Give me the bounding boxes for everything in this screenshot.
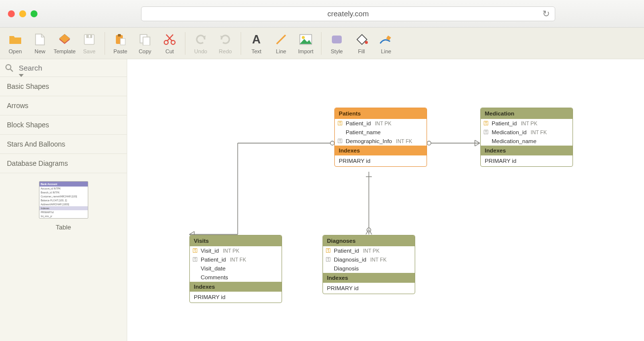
template-icon — [52, 33, 77, 46]
svg-point-20 — [330, 141, 334, 145]
key-icon: ⚿ — [338, 138, 343, 144]
svg-rect-2 — [89, 35, 90, 38]
toolbar-separator — [241, 32, 241, 55]
svg-line-10 — [277, 35, 286, 44]
category-database[interactable]: Database Diagrams — [0, 154, 127, 173]
entity-visits[interactable]: Visits ⚿Visit_idINT PK ⚿Patient_idINT FK… — [189, 235, 282, 303]
key-icon: ⚿ — [484, 129, 489, 135]
key-icon: ⚿ — [484, 120, 489, 126]
line-style-button[interactable]: Line — [374, 33, 398, 54]
svg-rect-13 — [332, 36, 342, 43]
index-value: PRIMARY id — [335, 155, 427, 166]
redo-button[interactable]: Redo — [213, 33, 238, 54]
diagram-canvas[interactable]: Patients ⚿Patient_idINT PK Patient_name … — [127, 59, 644, 341]
toolbar-separator — [105, 32, 105, 55]
entity-title: Visits — [190, 235, 282, 246]
shapes-sidebar: Basic Shapes Arrows Block Shapes Stars A… — [0, 59, 127, 341]
thumb-label: Table — [56, 224, 71, 231]
toolbar-separator — [185, 32, 185, 55]
minimize-window-button[interactable] — [19, 10, 26, 17]
category-stars-balloons[interactable]: Stars And Balloons — [0, 135, 127, 154]
app-toolbar: Open New Template Save Paste Copy Cut — [0, 28, 644, 59]
entity-title: Patients — [335, 108, 427, 119]
template-button[interactable]: Template — [52, 33, 77, 54]
table-shape-thumb[interactable]: Bank Account Account_id INTPK Branch_id … — [39, 181, 88, 219]
search-input[interactable] — [18, 63, 122, 73]
svg-rect-4 — [118, 34, 121, 37]
browser-titlebar: creately.com ↻ — [0, 0, 644, 28]
indexes-header: Indexes — [481, 146, 572, 155]
save-button[interactable]: Save — [77, 33, 102, 54]
dropdown-indicator-icon — [19, 74, 24, 77]
entity-diagnoses[interactable]: Diagnoses ⚿Patient_idINT PK ⚿Diagnosis_i… — [322, 235, 415, 294]
cut-button[interactable]: Cut — [157, 33, 182, 54]
index-value: PRIMARY id — [481, 155, 572, 166]
open-button[interactable]: Open — [3, 33, 28, 54]
address-bar[interactable]: creately.com ↻ — [141, 6, 555, 21]
scissors-icon — [157, 33, 182, 46]
entity-title: Diagnoses — [323, 235, 415, 246]
entity-title: Medication — [481, 108, 572, 119]
svg-point-15 — [6, 65, 11, 70]
undo-button[interactable]: Undo — [188, 33, 213, 54]
style-button[interactable]: Style — [324, 33, 349, 54]
paste-button[interactable]: Paste — [108, 33, 133, 54]
fill-button[interactable]: Fill — [349, 33, 374, 54]
category-arrows[interactable]: Arrows — [0, 96, 127, 115]
key-icon: ⚿ — [193, 248, 198, 253]
new-button[interactable]: New — [28, 33, 52, 54]
svg-line-33 — [369, 229, 372, 234]
svg-point-14 — [365, 41, 368, 44]
svg-point-25 — [427, 141, 431, 145]
indexes-header: Indexes — [190, 282, 282, 292]
style-icon — [324, 33, 349, 46]
indexes-header: Indexes — [323, 273, 415, 283]
key-icon: ⚿ — [326, 248, 331, 253]
svg-rect-5 — [120, 38, 125, 45]
svg-line-28 — [475, 143, 480, 146]
entity-patients[interactable]: Patients ⚿Patient_idINT PK Patient_name … — [334, 108, 427, 167]
category-basic-shapes[interactable]: Basic Shapes — [0, 77, 127, 96]
index-value: PRIMARY id — [323, 283, 415, 294]
copy-icon — [133, 33, 157, 46]
svg-line-22 — [189, 231, 194, 234]
save-icon — [77, 33, 102, 46]
text-button[interactable]: A Text — [244, 33, 269, 54]
svg-line-32 — [366, 229, 369, 234]
text-icon: A — [244, 33, 269, 46]
undo-icon — [188, 33, 213, 46]
new-file-icon — [28, 33, 52, 46]
index-value: PRIMARY id — [190, 292, 282, 303]
category-block-shapes[interactable]: Block Shapes — [0, 115, 127, 135]
indexes-header: Indexes — [335, 146, 427, 155]
key-icon: ⚿ — [193, 257, 198, 262]
line-tool-button[interactable]: Line — [269, 33, 293, 54]
fill-icon — [349, 33, 374, 46]
key-icon: ⚿ — [326, 257, 331, 262]
key-icon: ⚿ — [338, 120, 343, 126]
folder-icon — [3, 33, 28, 46]
import-button[interactable]: Import — [293, 33, 318, 54]
svg-rect-7 — [143, 37, 150, 45]
search-icon — [5, 64, 14, 73]
image-icon — [293, 33, 318, 46]
redo-icon — [213, 33, 238, 46]
svg-point-31 — [367, 228, 371, 232]
entity-medication[interactable]: Medication ⚿Patient_idINT PK ⚿Medication… — [480, 108, 573, 167]
url-text: creately.com — [327, 9, 369, 18]
paste-icon — [108, 33, 133, 46]
refresh-icon[interactable]: ↻ — [542, 8, 550, 19]
svg-line-27 — [475, 140, 480, 143]
close-window-button[interactable] — [8, 10, 15, 17]
maximize-window-button[interactable] — [31, 10, 37, 17]
window-controls — [8, 10, 37, 17]
line-icon — [269, 33, 293, 46]
pencil-line-icon — [374, 33, 398, 46]
copy-button[interactable]: Copy — [133, 33, 157, 54]
svg-point-12 — [302, 36, 305, 39]
svg-line-16 — [10, 69, 13, 72]
shape-palette: Bank Account Account_id INTPK Branch_id … — [0, 173, 127, 239]
toolbar-separator — [321, 32, 322, 55]
